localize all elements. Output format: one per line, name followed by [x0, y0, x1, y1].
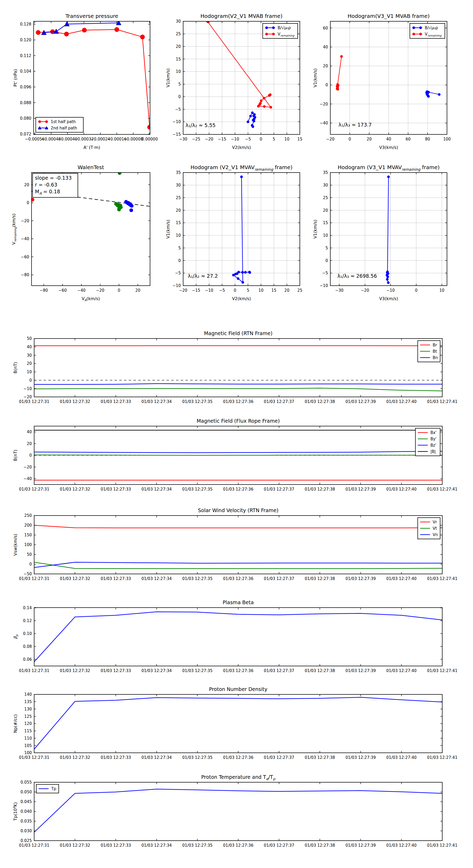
svg-text:V1(km/s): V1(km/s): [313, 68, 318, 87]
svg-text:Plasma Beta: Plasma Beta: [223, 599, 254, 605]
svg-text:01/03 12:27:35: 01/03 12:27:35: [182, 576, 212, 581]
svg-text:0.06: 0.06: [23, 657, 32, 662]
svg-text:01/03 12:27:36: 01/03 12:27:36: [223, 487, 253, 492]
svg-text:Vsw(km/s): Vsw(km/s): [13, 534, 18, 556]
svg-text:λ₁/λ₂ ≈ 27.2: λ₁/λ₂ ≈ 27.2: [188, 273, 218, 279]
svg-text:115: 115: [24, 728, 32, 733]
svg-text:10: 10: [439, 288, 444, 293]
chart-magnetic-field-rtn: 01/03 12:27:3101/03 12:27:3201/03 12:27:…: [10, 327, 447, 409]
chart-transverse-pressure: −0.00056−0.00048−0.00040−0.00032−0.00024…: [10, 7, 154, 154]
svg-text:−5: −5: [175, 107, 181, 112]
svg-text:60: 60: [405, 137, 410, 142]
svg-text:01/03 12:27:34: 01/03 12:27:34: [141, 669, 172, 673]
svg-text:01/03 12:27:36: 01/03 12:27:36: [223, 843, 253, 848]
svg-text:01/03 12:27:33: 01/03 12:27:33: [101, 669, 131, 673]
svg-text:−20: −20: [319, 102, 328, 106]
svg-text:−15: −15: [218, 137, 226, 142]
svg-text:20: 20: [176, 208, 181, 213]
svg-text:01/03 12:27:32: 01/03 12:27:32: [60, 755, 90, 760]
svg-text:01/03 12:27:38: 01/03 12:27:38: [305, 669, 335, 673]
svg-text:−30: −30: [335, 288, 343, 293]
svg-text:01/03 12:27:40: 01/03 12:27:40: [386, 669, 416, 673]
svg-text:−0.00008: −0.00008: [124, 137, 143, 142]
svg-text:0: 0: [27, 200, 29, 205]
svg-text:01/03 12:27:37: 01/03 12:27:37: [264, 576, 294, 581]
svg-text:120: 120: [24, 721, 32, 726]
chart-hodogram-v2v1-mvav: −20−15−10−50510152025−10−505101520253035…: [164, 158, 304, 305]
svg-text:25: 25: [176, 195, 181, 200]
svg-text:Proton Temperature and Te/Tp: Proton Temperature and Te/Tp: [201, 774, 276, 781]
svg-text:1st half path: 1st half path: [51, 119, 76, 124]
svg-text:B/√μ₀ρ: B/√μ₀ρ: [425, 26, 438, 30]
svg-text:01/03 12:27:37: 01/03 12:27:37: [264, 399, 294, 404]
svg-text:Vt: Vt: [433, 526, 437, 531]
svg-text:01/03 12:27:35: 01/03 12:27:35: [182, 399, 212, 404]
svg-text:0: 0: [178, 258, 181, 263]
svg-text:150: 150: [24, 533, 32, 537]
svg-text:Proton Number Density: Proton Number Density: [209, 686, 268, 692]
svg-text:−20: −20: [326, 137, 335, 142]
svg-text:15: 15: [176, 220, 181, 225]
svg-text:0.112: 0.112: [20, 53, 31, 58]
svg-text:250: 250: [24, 513, 32, 518]
svg-text:25: 25: [176, 32, 181, 36]
svg-text:01/03 12:27:34: 01/03 12:27:34: [141, 399, 172, 404]
svg-text:01/03 12:27:36: 01/03 12:27:36: [223, 669, 253, 673]
svg-text:−80: −80: [21, 273, 29, 277]
svg-text:−40: −40: [319, 121, 328, 125]
svg-text:−15: −15: [172, 132, 181, 137]
svg-text:Transverse pressure: Transverse pressure: [65, 13, 118, 19]
svg-text:01/03 12:27:32: 01/03 12:27:32: [60, 487, 90, 492]
svg-text:01/03 12:27:34: 01/03 12:27:34: [141, 487, 172, 492]
svg-text:01/03 12:27:31: 01/03 12:27:31: [19, 669, 49, 673]
svg-text:30: 30: [176, 183, 181, 188]
svg-text:0.10: 0.10: [23, 631, 32, 636]
svg-text:105: 105: [24, 743, 32, 748]
svg-text:Tp(106K): Tp(106K): [12, 802, 18, 821]
svg-text:−40: −40: [77, 288, 86, 293]
svg-text:01/03 12:27:31: 01/03 12:27:31: [19, 399, 49, 404]
svg-text:01/03 12:27:33: 01/03 12:27:33: [101, 487, 131, 492]
svg-text:λ₁/λ₃ ≈ 2698.56: λ₁/λ₃ ≈ 2698.56: [337, 273, 377, 279]
chart-hodogram-v3v1-mvav: −30−20−10010−10−505101520253035Hodogram …: [311, 158, 451, 305]
svg-text:−15: −15: [192, 288, 201, 293]
svg-text:15: 15: [271, 288, 276, 293]
svg-text:VA(km/s): VA(km/s): [82, 296, 100, 302]
svg-text:10: 10: [258, 288, 263, 293]
svg-text:15: 15: [297, 137, 302, 142]
chart-hodogram-v3v1-mvab: −20020406080100−40−200204060Hodogram(V3_…: [311, 7, 451, 154]
chart-plasma-beta: 01/03 12:27:3101/03 12:27:3201/03 12:27:…: [10, 596, 447, 679]
svg-text:01/03 12:27:34: 01/03 12:27:34: [141, 576, 172, 581]
svg-text:110: 110: [24, 736, 32, 741]
svg-text:Bx': Bx': [431, 430, 437, 435]
svg-text:10: 10: [176, 233, 181, 238]
svg-text:slope = -0.133: slope = -0.133: [35, 175, 72, 181]
svg-text:−5: −5: [245, 137, 251, 142]
svg-text:01/03 12:27:38: 01/03 12:27:38: [305, 399, 335, 404]
svg-text:01/03 12:27:39: 01/03 12:27:39: [345, 399, 376, 404]
svg-text:Bn: Bn: [433, 355, 438, 360]
svg-text:40: 40: [27, 430, 32, 434]
svg-text:Br: Br: [433, 343, 437, 347]
svg-text:01/03 12:27:41: 01/03 12:27:41: [427, 755, 457, 760]
svg-text:B/√μ₀ρ: B/√μ₀ρ: [278, 26, 291, 30]
svg-text:01/03 12:27:31: 01/03 12:27:31: [19, 576, 49, 581]
figure: −0.00056−0.00048−0.00040−0.00032−0.00024…: [0, 0, 473, 868]
svg-text:25: 25: [297, 288, 302, 293]
svg-text:Vremaining(km/s): Vremaining(km/s): [11, 214, 17, 245]
svg-text:0.045: 0.045: [21, 799, 32, 804]
svg-text:5: 5: [273, 137, 275, 142]
svg-text:0: 0: [118, 288, 120, 293]
svg-text:01/03 12:27:40: 01/03 12:27:40: [386, 399, 416, 404]
svg-text:−20: −20: [179, 288, 188, 293]
svg-text:01/03 12:27:33: 01/03 12:27:33: [101, 576, 131, 581]
svg-text:Hodogram(V3_V1 MVAB frame): Hodogram(V3_V1 MVAB frame): [348, 13, 430, 19]
svg-text:5: 5: [247, 288, 249, 293]
svg-text:−10: −10: [23, 386, 32, 391]
svg-text:V2(km/s): V2(km/s): [232, 296, 251, 301]
svg-text:0: 0: [415, 288, 417, 293]
svg-text:20: 20: [323, 208, 328, 213]
svg-text:−10: −10: [172, 283, 181, 288]
svg-text:−20: −20: [205, 137, 213, 142]
svg-text:V1(km/s): V1(km/s): [166, 68, 171, 87]
